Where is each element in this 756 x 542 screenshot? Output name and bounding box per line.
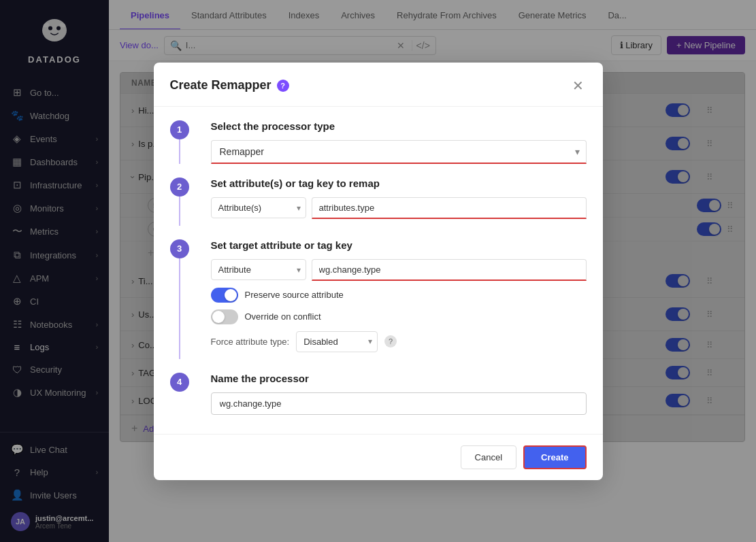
step-2-title: Set attribute(s) or tag key to remap (211, 177, 587, 189)
target-type-select[interactable]: Attribute Tag (211, 259, 306, 280)
step-line (179, 258, 180, 359)
modal-title: Create Remapper ? (170, 78, 289, 92)
step-3-indicator: 3 (170, 239, 189, 258)
step-1-title: Select the processor type (211, 120, 587, 132)
modal-close-button[interactable]: ✕ (570, 76, 587, 95)
force-type-label: Force attribute type: (211, 337, 290, 347)
create-button[interactable]: Create (523, 445, 586, 469)
step-4-title: Name the processor (211, 373, 587, 384)
force-type-help-icon[interactable]: ? (384, 335, 397, 348)
help-icon[interactable]: ? (277, 80, 289, 92)
processor-type-select-wrapper: Remapper Grok Parser URL Parser Date Rem… (211, 140, 587, 164)
modal-overlay[interactable]: Create Remapper ? ✕ 1 Select the process… (0, 0, 756, 542)
force-type-select[interactable]: Disabled string integer double boolean (296, 331, 378, 352)
processor-type-select[interactable]: Remapper Grok Parser URL Parser Date Rem… (211, 140, 587, 164)
preserve-source-label: Preserve source attribute (245, 290, 344, 300)
attribute-value-input[interactable] (312, 197, 587, 219)
override-conflict-toggle[interactable] (211, 309, 238, 324)
create-remapper-modal: Create Remapper ? ✕ 1 Select the process… (154, 63, 603, 480)
preserve-source-toggle[interactable] (211, 288, 238, 303)
step-line (179, 139, 180, 164)
target-value-input[interactable] (312, 259, 587, 281)
modal-body: 1 Select the processor type Remapper Gro… (154, 107, 603, 434)
step-2-indicator: 2 (170, 177, 189, 197)
override-conflict-label: Override on conflict (245, 311, 321, 322)
step-4-indicator: 4 (170, 373, 189, 392)
step-line (179, 197, 180, 226)
cancel-button[interactable]: Cancel (461, 445, 516, 469)
step-1-indicator: 1 (170, 120, 189, 139)
attribute-type-select[interactable]: Attribute(s) Tag (211, 197, 306, 218)
modal-header: Create Remapper ? ✕ (154, 63, 603, 107)
processor-name-input[interactable] (211, 392, 587, 415)
modal-footer: Cancel Create (154, 434, 603, 480)
step-3-title: Set target attribute or tag key (211, 239, 587, 251)
